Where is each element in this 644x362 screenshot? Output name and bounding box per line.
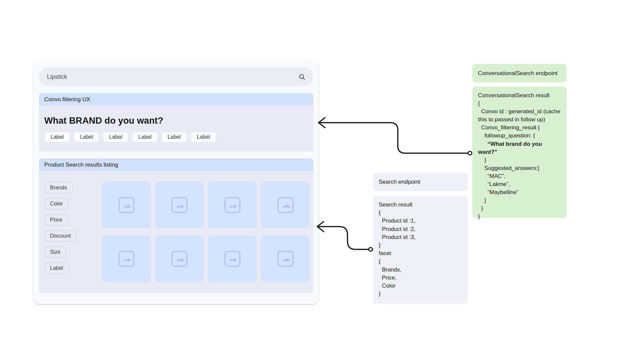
product-image-tile[interactable]	[102, 235, 151, 282]
product-image-tile[interactable]	[155, 182, 204, 229]
code-line: }	[478, 213, 561, 221]
code-line: }	[379, 290, 462, 298]
product-image-tile[interactable]	[208, 235, 257, 282]
convo-section-header: Convo filtering UX	[39, 93, 313, 106]
connector-origin-dot	[468, 152, 472, 155]
diagram-canvas: Lipstick Convo filtering UX What BRAND d…	[0, 0, 644, 362]
search-bar[interactable]: Lipstick	[39, 67, 313, 86]
image-placeholder-icon	[118, 251, 135, 267]
code-line: Convo_filtering_result {	[478, 124, 561, 132]
facet-button-size[interactable]: Size	[44, 246, 66, 258]
facet-button-price[interactable]: Price	[44, 214, 68, 226]
convo-filtering-section: Convo filtering UX What BRAND do you wan…	[39, 93, 313, 152]
code-line: followup_question: {	[478, 132, 561, 140]
image-placeholder-icon	[277, 251, 293, 267]
conversational-search-result-box: ConversationalSearch result{ Convo id : …	[472, 86, 567, 218]
code-line: facet	[379, 249, 462, 257]
suggested-answer-chip-1[interactable]: Label	[44, 132, 70, 142]
suggested-answer-chips: Label Label Label Label Label Label	[44, 132, 308, 142]
product-image-tile[interactable]	[208, 182, 257, 229]
search-icon[interactable]	[298, 73, 306, 81]
suggested-answer-chip-2[interactable]: Label	[73, 132, 99, 142]
connector-origin-dot	[369, 248, 373, 251]
convo-section-body: What BRAND do you want? Label Label Labe…	[39, 106, 313, 152]
image-placeholder-icon	[171, 251, 187, 267]
search-endpoint-label: Search endpoint	[379, 179, 420, 185]
code-line: Product id :3,	[379, 233, 462, 241]
code-line: ]	[478, 196, 561, 204]
code-line: Color	[379, 282, 462, 290]
code-line: {	[478, 100, 561, 108]
code-line: Search result	[379, 201, 462, 209]
arrow-search-result-to-listing-section	[317, 222, 373, 251]
results-section-body: Brands Color Price Discount Size Label	[39, 171, 313, 293]
facet-button-label[interactable]: Label	[44, 262, 69, 274]
arrow-conversational-result-to-convo-section	[319, 118, 472, 155]
product-image-tile[interactable]	[102, 182, 151, 229]
arrowhead-icon	[319, 118, 325, 128]
code-line: Product id :2,	[379, 225, 462, 233]
code-line: }	[478, 204, 561, 213]
code-line: ConversationalSearch result	[478, 92, 561, 100]
image-placeholder-icon	[277, 197, 293, 213]
image-placeholder-icon	[224, 251, 240, 267]
code-line: {	[379, 209, 462, 217]
followup-question: What BRAND do you want?	[44, 116, 308, 126]
code-line: Product id :1,	[379, 217, 462, 225]
code-line: Suggested_answers:[	[478, 164, 561, 172]
code-line: this to passed in follow up)	[478, 116, 561, 124]
code-line: }	[379, 241, 462, 249]
connector-line	[318, 227, 369, 249]
product-image-tile[interactable]	[261, 182, 310, 229]
search-ui-mockup: Lipstick Convo filtering UX What BRAND d…	[34, 61, 319, 304]
convo-section-header-label: Convo filtering UX	[44, 96, 90, 103]
code-line: “What brand do you want?”	[478, 140, 561, 156]
code-line: Price,	[379, 274, 462, 282]
search-result-box: Search result{ Product id :1, Product id…	[373, 196, 468, 304]
code-line: “MAC”,	[478, 172, 561, 180]
suggested-answer-chip-4[interactable]: Label	[132, 132, 158, 142]
image-placeholder-icon	[118, 197, 135, 213]
product-tile-grid	[102, 182, 310, 293]
conversational-search-endpoint-box: ConversationalSearch endpoint	[472, 64, 567, 82]
code-line: {	[379, 257, 462, 265]
code-line: Convo id : generated_id (cache	[478, 108, 561, 116]
product-image-tile[interactable]	[261, 235, 310, 282]
search-input-value: Lipstick	[47, 73, 298, 80]
suggested-answer-chip-6[interactable]: Label	[191, 132, 216, 142]
product-image-tile[interactable]	[155, 235, 204, 282]
code-line: “Lakme”,	[478, 180, 561, 188]
facet-button-color[interactable]: Color	[44, 198, 68, 209]
code-line: }	[478, 156, 561, 164]
code-line: Brands,	[379, 266, 462, 274]
suggested-answer-chip-5[interactable]: Label	[161, 132, 187, 142]
search-endpoint-box: Search endpoint	[373, 173, 468, 191]
facet-button-brands[interactable]: Brands	[44, 182, 73, 193]
image-placeholder-icon	[224, 197, 240, 213]
results-section-header: Product Search results listing	[39, 159, 313, 171]
conversational-search-endpoint-label: ConversationalSearch endpoint	[478, 70, 557, 77]
suggested-answer-chip-3[interactable]: Label	[103, 132, 128, 142]
code-line: “Maybelline”	[478, 188, 561, 196]
connector-line	[319, 123, 468, 153]
results-section-header-label: Product Search results listing	[44, 162, 118, 168]
product-results-section: Product Search results listing Brands Co…	[39, 159, 313, 293]
image-placeholder-icon	[171, 197, 187, 213]
facet-filter-column: Brands Color Price Discount Size Label	[44, 182, 102, 293]
facet-button-discount[interactable]: Discount	[44, 230, 76, 242]
